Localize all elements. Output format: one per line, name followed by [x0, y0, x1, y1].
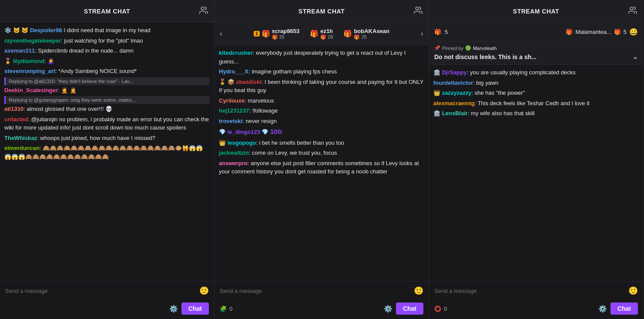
chat-button-2[interactable]: Chat: [396, 302, 423, 315]
list-item: 🎖️ lilydiamond: 🤦‍♀️: [4, 57, 210, 66]
chat-username[interactable]: lesgopogo: [228, 140, 256, 146]
chat-username[interactable]: rayventhegatekeeper: [4, 37, 61, 44]
list-item: 👑 lesgopogo: i bet he smells better than…: [219, 139, 424, 147]
svg-point-0: [201, 7, 204, 10]
chat-username[interactable]: kitedcrusher: [219, 50, 253, 56]
badge-icon: 🐱: [21, 27, 28, 33]
chat-username[interactable]: ati1310: [4, 106, 23, 112]
chat-username[interactable]: alexmacraemtg: [433, 100, 475, 106]
message-text: : big yawn: [473, 80, 499, 86]
pinner-icon: 🟢: [465, 45, 471, 51]
message-text: : 🤦 🤦: [58, 87, 77, 93]
people-icon-2[interactable]: [414, 6, 423, 17]
emoji-button-1[interactable]: 🙂: [199, 286, 209, 296]
chat-username[interactable]: stevenrumping_art: [4, 68, 55, 74]
sub-count-3: 25: [361, 34, 366, 40]
list-item: 🏛️ DjrSappy: you are usually playing com…: [433, 68, 639, 77]
chat-username[interactable]: Hydro___X: [219, 68, 248, 75]
pinned-by-text: Pinned by: [442, 46, 463, 51]
chat-username[interactable]: axeman311: [4, 47, 35, 54]
list-item: stevenrumping_art: *Andy Samberg NOICE s…: [4, 67, 210, 76]
message-line: fourdeltavictor: big yawn: [433, 79, 639, 87]
chat-username[interactable]: answerpro: [219, 160, 248, 166]
message-line: stevenrumping_art: *Andy Samberg NOICE s…: [4, 67, 210, 76]
message-text: :: [281, 129, 283, 135]
chat-username[interactable]: hej1231237: [219, 107, 249, 114]
gear-button-1[interactable]: ⚙️: [169, 305, 178, 313]
chat-username[interactable]: lilydiamond: [13, 58, 44, 64]
chat-input-1[interactable]: [5, 288, 196, 294]
message-line: Cyrilouxe: marvelous: [219, 96, 424, 105]
chat-username[interactable]: Despoiler98: [30, 27, 62, 33]
badge-icon: 🏛️: [433, 110, 440, 116]
chat-input-3[interactable]: [434, 288, 625, 294]
chat-username[interactable]: fourdeltavictor: [433, 80, 473, 86]
message-text: : 🤦‍♀️: [44, 58, 54, 64]
list-item: fourdeltavictor: big yawn: [433, 79, 639, 87]
chat-username[interactable]: elmerduncan: [4, 145, 40, 151]
message-text: : This deck feels like Teshar Cedh and I…: [475, 100, 590, 106]
message-line: kitedcrusher: everybody just desperately…: [219, 49, 424, 66]
chat-username[interactable]: le_dingo123: [228, 129, 260, 135]
list-item: 💎 le_dingo123 💎 100:: [219, 127, 424, 137]
sub-users-row: 1 🎁 scrap8653 🎁 35 🎁 ez1h 🎁 28: [227, 28, 416, 40]
chat-messages-3: 🏛️ DjrSappy: you are usually playing com…: [429, 65, 643, 281]
list-item: Replying to @ati1310: "they didn't belie…: [4, 77, 210, 95]
chat-title-1: STREAM CHAT: [84, 8, 130, 15]
list-item: 👑 zazzyzazzy: she has "the power": [433, 89, 639, 97]
chat-username[interactable]: jackwaltzin: [219, 150, 249, 156]
emoji-button-2[interactable]: 🙂: [414, 286, 423, 296]
sub-username-2: ez1h: [320, 28, 333, 34]
message-line: answerpro: anyone else just post filler …: [219, 159, 424, 176]
message-text: I didnt need that image in my head: [62, 27, 151, 33]
list-item: elmerduncan: 🙈🙈🙈🙈🙈🙈🙈🙈🙈🙈🙈🙈🙈🙈🙈🙈🙈🙈🙈🐵🙀😱😱😱😱😱🙈…: [4, 144, 210, 161]
message-line: 🏛️ DjrSappy: you are usually playing com…: [433, 68, 639, 77]
footer-left-2: 🧩 0: [220, 306, 232, 312]
chat-button-1[interactable]: Chat: [181, 302, 209, 315]
expand-icon[interactable]: ⌄: [632, 53, 638, 61]
badge-icon: 🎖️: [4, 58, 11, 64]
gear-button-3[interactable]: ⚙️: [598, 305, 607, 313]
gift-icon-small-2: 🎁: [320, 34, 326, 40]
chat-input-row-3: 🙂: [429, 282, 643, 300]
message-line: ❄️ 🐱 🐱 Despoiler98 I didnt need that ima…: [4, 26, 210, 35]
chat-username[interactable]: DjrSappy: [442, 69, 467, 76]
gift-icon-small-1: 🎁: [272, 34, 278, 40]
list-item: alexmacraemtg: This deck feels like Tesh…: [433, 99, 639, 108]
sub-user-1: 1 🎁 scrap8653 🎁 35: [254, 28, 299, 40]
people-icon-1[interactable]: [199, 6, 208, 17]
gear-button-2[interactable]: ⚙️: [384, 305, 392, 313]
prev-nav-icon[interactable]: ‹: [219, 29, 223, 38]
chat-username[interactable]: xbasiliski: [236, 79, 262, 85]
chat-input-2[interactable]: [220, 288, 410, 294]
message-line: axeman311: Spiderclimb dread in the nude…: [4, 47, 210, 55]
chat-input-area-2: 🙂 🧩 0 ⚙️ Chat: [215, 281, 429, 319]
chat-button-3[interactable]: Chat: [610, 302, 638, 315]
message-text: : almost glossed that one over!!! 💀: [23, 106, 112, 112]
message-text: : i bet he smells better than you too: [256, 140, 344, 146]
chat-footer-2: 🧩 0 ⚙️ Chat: [215, 300, 429, 319]
chat-header-1: STREAM CHAT: [0, 0, 214, 23]
chat-username[interactable]: TheWhiskaz: [4, 135, 37, 141]
footer-count-3: 0: [444, 306, 447, 312]
sub-header-simple-3: 🎁 5 🎁 Malamanteа... 🎁 5 😀: [429, 23, 643, 42]
message-line: elmerduncan: 🙈🙈🙈🙈🙈🙈🙈🙈🙈🙈🙈🙈🙈🙈🙈🙈🙈🙈🙈🐵🙀😱😱😱😱😱🙈…: [4, 144, 210, 161]
message-text: : @julianqin no problem, i probably made…: [4, 116, 209, 131]
message-text: : my wife also has that skill: [468, 110, 535, 116]
chat-username[interactable]: trovetski: [219, 118, 242, 124]
people-icon-3[interactable]: [628, 6, 637, 17]
message-text: : anyone else just post filler comments …: [219, 160, 419, 175]
message-text: : Spiderclimb dread in the nude... damn: [35, 47, 134, 54]
emoji-button-3[interactable]: 🙂: [628, 286, 638, 296]
message-text: : !followage: [249, 107, 278, 114]
next-nav-icon[interactable]: ›: [420, 29, 424, 38]
chat-username[interactable]: Cyrilouxe: [219, 97, 245, 104]
chat-username[interactable]: Deekin_Scalesinger: [4, 87, 58, 93]
chat-username[interactable]: LensBlair: [442, 110, 468, 116]
message-line: 👑 zazzyzazzy: she has "the power": [433, 89, 639, 97]
chat-title-2: STREAM CHAT: [299, 8, 345, 15]
chat-panel-3: STREAM CHAT 🎁 5 🎁 Malamanteа... 🎁 5 😀 📌 …: [429, 0, 644, 319]
chat-username[interactable]: critacted: [4, 116, 28, 123]
chat-username[interactable]: zazzyzazzy: [442, 90, 472, 96]
message-line: TheWhiskaz: whoops just joined, how much…: [4, 134, 210, 143]
